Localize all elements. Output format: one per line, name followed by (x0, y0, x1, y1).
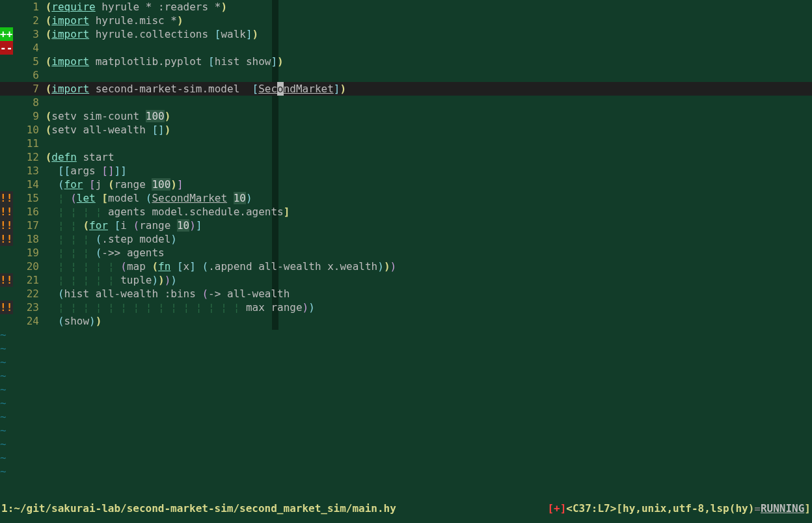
code-line[interactable]: 24 (show)) (0, 314, 812, 328)
code-line[interactable]: 20 ¦ ¦ ¦ ¦ ¦ (map (fn [x] (.append all-w… (0, 260, 812, 273)
code-line[interactable]: !! 18 ¦ ¦ ¦ (.step model) (0, 232, 812, 246)
line-number: 4 (13, 41, 39, 55)
code-line[interactable]: 8 (0, 96, 812, 109)
line-number: 20 (13, 260, 39, 273)
empty-line-tilde: ~ (0, 451, 812, 464)
empty-line-tilde: ~ (0, 396, 812, 410)
sign-warning: !! (0, 232, 13, 246)
line-number: 7 (13, 82, 39, 96)
status-right: [+]<C37:L7>[hy,unix,utf-8,lsp(hy)=RUNNIN… (547, 502, 811, 515)
modified-indicator: [+] (547, 502, 566, 515)
empty-line-tilde: ~ (0, 423, 812, 437)
sign-column (0, 150, 13, 164)
code-line-current[interactable]: 7 (import second-market-sim.model [Secon… (0, 82, 812, 96)
code-line[interactable]: 14 (for [j (range 100)] (0, 178, 812, 191)
cursor: o (277, 82, 284, 96)
code-line[interactable]: 13 [[args []]] (0, 164, 812, 178)
line-number: 13 (13, 164, 39, 178)
code-area[interactable]: 1 (require hyrule * :readers *) 2 (impor… (0, 0, 812, 478)
empty-line-tilde: ~ (0, 437, 812, 451)
code-line[interactable]: !! 21 ¦ ¦ ¦ ¦ ¦ tuple)))) (0, 273, 812, 287)
line-number: 14 (13, 178, 39, 191)
sign-warning: !! (0, 191, 13, 205)
empty-line-tilde: ~ (0, 382, 812, 396)
empty-line-tilde: ~ (0, 410, 812, 423)
empty-line-tilde: ~ (0, 328, 812, 342)
line-number: 15 (13, 191, 39, 205)
line-number: 21 (13, 273, 39, 287)
line-number: 18 (13, 232, 39, 246)
code-line[interactable]: !! 16 ¦ ¦ ¦ ¦ agents model.schedule.agen… (0, 205, 812, 219)
editor-window: 1 (require hyrule * :readers *) 2 (impor… (0, 0, 812, 523)
sign-column (0, 314, 13, 328)
line-number: 16 (13, 205, 39, 219)
code-line[interactable]: -- 4 (0, 41, 812, 55)
sign-column (0, 287, 13, 301)
code-line[interactable]: 10 (setv all-wealth []) (0, 123, 812, 137)
code-line[interactable]: 22 (hist all-wealth :bins (-> all-wealth (0, 287, 812, 301)
sign-removed: -- (0, 41, 13, 55)
line-number: 24 (13, 314, 39, 328)
sign-column (0, 260, 13, 273)
sign-added: ++ (0, 27, 13, 41)
sign-column (0, 0, 13, 14)
line-number: 17 (13, 219, 39, 232)
sign-column (0, 14, 13, 27)
code-line[interactable]: 6 (0, 68, 812, 82)
sign-column (0, 123, 13, 137)
code-line[interactable]: 12 (defn start (0, 150, 812, 164)
sign-column (0, 55, 13, 68)
line-number: 10 (13, 123, 39, 137)
status-left: 1:~/git/sakurai-lab/second-market-sim/se… (1, 502, 396, 515)
code-line[interactable]: !! 17 ¦ ¦ (for [i (range 10)] (0, 219, 812, 232)
line-number: 3 (13, 27, 39, 41)
code-line[interactable]: 5 (import matplotlib.pyplot [hist show]) (0, 55, 812, 68)
sign-column (0, 137, 13, 150)
sign-column (0, 96, 13, 109)
code-line[interactable]: !! 15 ¦ (let [model (SecondMarket 10) (0, 191, 812, 205)
line-number: 22 (13, 287, 39, 301)
empty-line-tilde: ~ (0, 355, 812, 369)
empty-line-tilde: ~ (0, 342, 812, 355)
line-number: 11 (13, 137, 39, 150)
line-number: 2 (13, 14, 39, 27)
sign-column (0, 246, 13, 260)
line-number: 1 (13, 0, 39, 14)
empty-line-tilde: ~ (0, 369, 812, 382)
lsp-status: RUNNING (761, 502, 804, 515)
code-line[interactable]: 9 (setv sim-count 100) (0, 109, 812, 123)
line-number: 5 (13, 55, 39, 68)
code-line[interactable]: 1 (require hyrule * :readers *) (0, 0, 812, 14)
empty-line-tilde: ~ (0, 464, 812, 478)
sign-warning: !! (0, 273, 13, 287)
sign-warning: !! (0, 301, 13, 314)
code-line[interactable]: !! 23 ¦ ¦ ¦ ¦ ¦ ¦ ¦ ¦ ¦ ¦ ¦ ¦ ¦ ¦ ¦ max … (0, 301, 812, 314)
sign-warning: !! (0, 205, 13, 219)
code-line[interactable]: 2 (import hyrule.misc *) (0, 14, 812, 27)
sign-column (0, 109, 13, 123)
code-line[interactable]: 19 ¦ ¦ ¦ (->> agents (0, 246, 812, 260)
line-number: 9 (13, 109, 39, 123)
sign-warning: !! (0, 219, 13, 232)
status-line: 1:~/git/sakurai-lab/second-market-sim/se… (0, 502, 812, 515)
code-line[interactable]: ++ 3 (import hyrule.collections [walk]) (0, 27, 812, 41)
code-line[interactable]: 11 (0, 137, 812, 150)
sign-column (0, 178, 13, 191)
line-number: 6 (13, 68, 39, 82)
line-number: 23 (13, 301, 39, 314)
sign-column (0, 82, 13, 96)
line-number: 19 (13, 246, 39, 260)
line-number: 8 (13, 96, 39, 109)
sign-column (0, 68, 13, 82)
sign-column (0, 164, 13, 178)
line-number: 12 (13, 150, 39, 164)
